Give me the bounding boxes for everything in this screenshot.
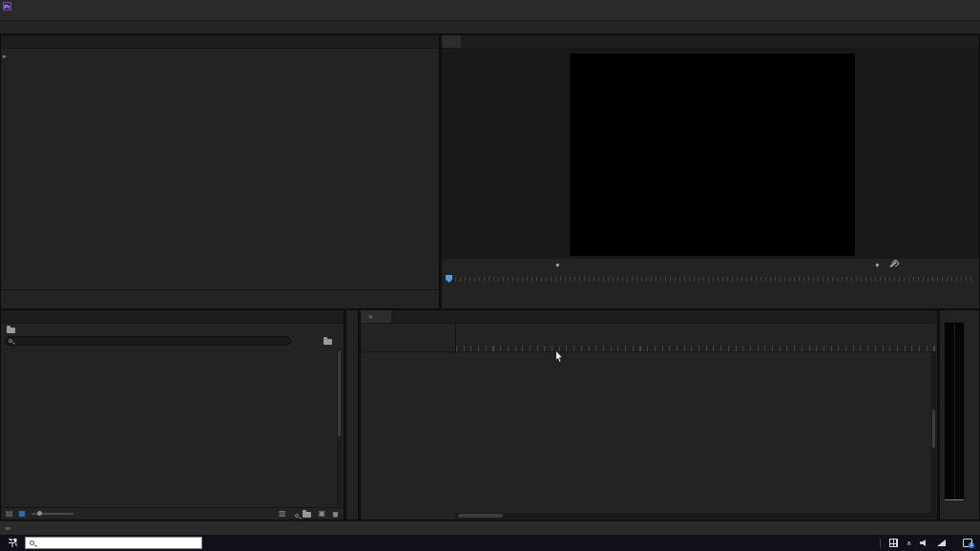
level-meter: [944, 322, 965, 501]
ruler-ticks: [456, 346, 938, 351]
search-icon: [30, 540, 34, 545]
timeline-panel-tabs: ×: [361, 310, 937, 324]
status-bar: ∞: [0, 520, 980, 535]
new-item-icon[interactable]: ▣: [318, 509, 325, 519]
tab-program[interactable]: [442, 35, 461, 48]
title-bar: Pr: [0, 0, 980, 11]
scrubber-ticks: [446, 277, 975, 282]
program-body: [442, 49, 979, 259]
audio-meters-panel: [939, 309, 980, 520]
chevron-up-icon[interactable]: ∧: [907, 540, 911, 547]
status-link-icon: ∞: [5, 524, 10, 533]
chevron-down-icon: ▾: [875, 262, 879, 270]
taskbar-search-input[interactable]: [25, 537, 202, 549]
windows-taskbar: ∧: [0, 535, 980, 551]
automate-to-sequence-icon[interactable]: ▥: [279, 509, 286, 519]
project-panel-tabs: [1, 310, 344, 324]
mixer-panel-tabs: [1, 35, 439, 49]
menu-bar: [0, 11, 980, 21]
premiere-window: Pr ▸: [0, 0, 980, 551]
playback-resolution-select[interactable]: ▾: [845, 261, 882, 271]
settings-wrench-icon[interactable]: [889, 262, 896, 268]
ime-icon[interactable]: [889, 539, 898, 547]
project-clip-grid: [1, 347, 337, 510]
timeline-ruler[interactable]: [455, 324, 938, 352]
delete-icon[interactable]: [332, 511, 339, 518]
new-bin-icon[interactable]: [302, 512, 311, 518]
program-scrubber[interactable]: [446, 274, 975, 284]
project-info-row: [1, 324, 344, 335]
project-search-row: [1, 335, 344, 347]
project-footer-actions: ▥ ▣: [279, 509, 339, 519]
mixer-transport-bar: [1, 289, 439, 308]
close-icon[interactable]: ×: [368, 312, 373, 321]
project-folder-icon: [7, 328, 15, 333]
timeline-horizontal-scrollbar[interactable]: [455, 513, 938, 519]
network-icon[interactable]: [937, 540, 946, 546]
timeline-vertical-scrollbar[interactable]: [931, 352, 936, 513]
system-tray: ∧: [880, 539, 980, 548]
search-icon: [9, 339, 12, 343]
video-frame: [570, 53, 855, 256]
timeline-panel: ×: [360, 309, 938, 520]
mixer-body: ▸: [1, 49, 439, 289]
start-button[interactable]: [0, 539, 25, 547]
audio-track-mixer-panel: ▸: [0, 34, 440, 309]
icon-view-icon[interactable]: ▦: [19, 509, 27, 519]
panel-expand-icon[interactable]: ▸: [3, 53, 7, 60]
windows-logo-icon: [9, 539, 17, 547]
notification-icon[interactable]: [963, 539, 972, 547]
search-input[interactable]: [5, 336, 291, 346]
chevron-down-icon: ▾: [555, 262, 559, 270]
project-scrollbar[interactable]: [337, 349, 342, 506]
tools-panel: [345, 309, 359, 520]
premiere-logo-icon: Pr: [3, 2, 11, 11]
project-footer: ▤ ▦ ▥ ▣: [1, 507, 344, 519]
find-icon[interactable]: [295, 514, 299, 518]
bin-up-icon[interactable]: [323, 339, 332, 345]
fit-select[interactable]: ▾: [507, 261, 562, 271]
program-transport-buttons: [442, 286, 979, 308]
program-info-row: ▾ ▾: [442, 259, 979, 274]
list-view-icon[interactable]: ▤: [6, 509, 13, 519]
program-monitor-panel: ▾ ▾: [441, 34, 980, 309]
zoom-slider[interactable]: [31, 513, 73, 515]
project-panel: ▤ ▦ ▥ ▣: [0, 309, 344, 520]
timeline-tracks: [361, 352, 938, 515]
program-panel-tabs: [442, 35, 979, 49]
speaker-icon[interactable]: [920, 540, 928, 547]
tab-sequence[interactable]: ×: [361, 310, 391, 323]
workspace-bar: [0, 21, 980, 34]
timeline-header: [361, 324, 938, 352]
tray-divider: [880, 539, 881, 548]
